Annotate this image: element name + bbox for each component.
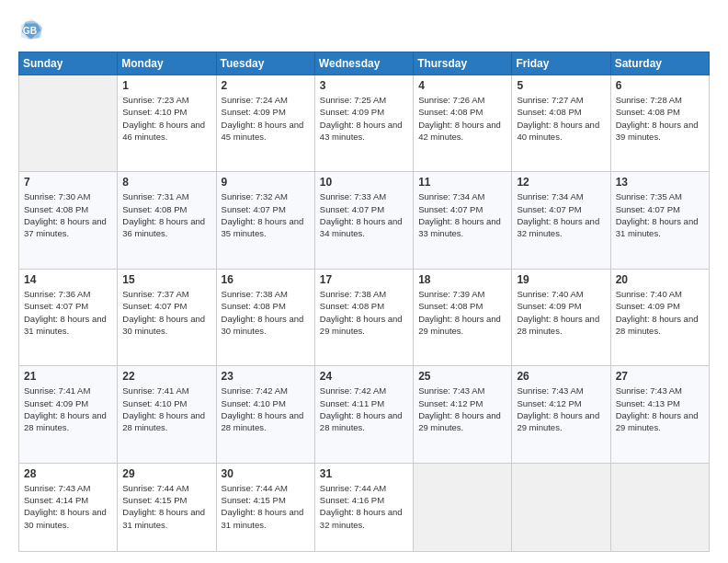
cell-details: Sunrise: 7:39 AMSunset: 4:08 PMDaylight:… bbox=[418, 288, 506, 337]
cell-details: Sunrise: 7:43 AMSunset: 4:12 PMDaylight:… bbox=[418, 385, 506, 433]
day-number: 5 bbox=[517, 79, 605, 92]
header: GB bbox=[18, 17, 710, 42]
day-number: 4 bbox=[418, 79, 506, 92]
day-number: 20 bbox=[616, 273, 704, 286]
calendar-cell: 1Sunrise: 7:23 AMSunset: 4:10 PMDaylight… bbox=[118, 75, 216, 172]
day-number: 16 bbox=[222, 273, 310, 286]
day-number: 25 bbox=[418, 370, 506, 383]
weekday-header-saturday: Saturday bbox=[610, 52, 709, 75]
calendar-cell bbox=[512, 463, 610, 551]
weekday-header-tuesday: Tuesday bbox=[216, 52, 314, 75]
day-number: 30 bbox=[222, 467, 310, 480]
day-number: 8 bbox=[122, 176, 210, 189]
calendar-cell: 22Sunrise: 7:41 AMSunset: 4:10 PMDayligh… bbox=[118, 366, 216, 463]
cell-details: Sunrise: 7:44 AMSunset: 4:15 PMDaylight:… bbox=[222, 482, 310, 531]
cell-details: Sunrise: 7:32 AMSunset: 4:07 PMDaylight:… bbox=[222, 190, 310, 239]
day-number: 11 bbox=[418, 176, 506, 189]
calendar-cell: 23Sunrise: 7:42 AMSunset: 4:10 PMDayligh… bbox=[216, 366, 314, 463]
day-number: 7 bbox=[24, 176, 112, 189]
day-number: 21 bbox=[24, 370, 112, 383]
calendar-cell: 13Sunrise: 7:35 AMSunset: 4:07 PMDayligh… bbox=[610, 172, 709, 269]
logo-icon: GB bbox=[18, 17, 44, 42]
calendar-cell: 20Sunrise: 7:40 AMSunset: 4:09 PMDayligh… bbox=[610, 269, 709, 365]
calendar-cell bbox=[414, 463, 512, 551]
calendar-cell: 17Sunrise: 7:38 AMSunset: 4:08 PMDayligh… bbox=[314, 269, 413, 365]
day-number: 23 bbox=[222, 370, 310, 383]
cell-details: Sunrise: 7:44 AMSunset: 4:15 PMDaylight:… bbox=[122, 482, 210, 531]
day-number: 10 bbox=[320, 176, 408, 189]
calendar-week-row: 7Sunrise: 7:30 AMSunset: 4:08 PMDaylight… bbox=[19, 172, 710, 269]
day-number: 17 bbox=[320, 273, 408, 286]
calendar-cell: 19Sunrise: 7:40 AMSunset: 4:09 PMDayligh… bbox=[512, 269, 610, 365]
calendar-cell: 24Sunrise: 7:42 AMSunset: 4:11 PMDayligh… bbox=[314, 366, 413, 463]
weekday-header-thursday: Thursday bbox=[414, 52, 512, 75]
calendar-cell: 2Sunrise: 7:24 AMSunset: 4:09 PMDaylight… bbox=[216, 75, 314, 172]
cell-details: Sunrise: 7:26 AMSunset: 4:08 PMDaylight:… bbox=[418, 94, 506, 143]
calendar-cell: 21Sunrise: 7:41 AMSunset: 4:09 PMDayligh… bbox=[19, 366, 118, 463]
calendar-cell: 29Sunrise: 7:44 AMSunset: 4:15 PMDayligh… bbox=[118, 463, 216, 551]
page: GB SundayMondayTuesdayWednesdayThursdayF… bbox=[0, 0, 728, 563]
calendar-cell: 14Sunrise: 7:36 AMSunset: 4:07 PMDayligh… bbox=[19, 269, 118, 365]
calendar-cell: 31Sunrise: 7:44 AMSunset: 4:16 PMDayligh… bbox=[314, 463, 413, 551]
cell-details: Sunrise: 7:44 AMSunset: 4:16 PMDaylight:… bbox=[320, 482, 408, 531]
calendar-cell: 9Sunrise: 7:32 AMSunset: 4:07 PMDaylight… bbox=[216, 172, 314, 269]
cell-details: Sunrise: 7:34 AMSunset: 4:07 PMDaylight:… bbox=[517, 190, 605, 239]
day-number: 3 bbox=[320, 79, 408, 92]
cell-details: Sunrise: 7:31 AMSunset: 4:08 PMDaylight:… bbox=[122, 190, 210, 239]
calendar-cell: 30Sunrise: 7:44 AMSunset: 4:15 PMDayligh… bbox=[216, 463, 314, 551]
cell-details: Sunrise: 7:42 AMSunset: 4:11 PMDaylight:… bbox=[320, 385, 408, 433]
calendar-cell: 15Sunrise: 7:37 AMSunset: 4:07 PMDayligh… bbox=[118, 269, 216, 365]
cell-details: Sunrise: 7:35 AMSunset: 4:07 PMDaylight:… bbox=[616, 190, 704, 239]
cell-details: Sunrise: 7:28 AMSunset: 4:08 PMDaylight:… bbox=[616, 94, 704, 143]
calendar-cell: 6Sunrise: 7:28 AMSunset: 4:08 PMDaylight… bbox=[610, 75, 709, 172]
weekday-header-friday: Friday bbox=[512, 52, 610, 75]
calendar-cell: 26Sunrise: 7:43 AMSunset: 4:12 PMDayligh… bbox=[512, 366, 610, 463]
cell-details: Sunrise: 7:41 AMSunset: 4:10 PMDaylight:… bbox=[122, 385, 210, 433]
calendar-week-row: 28Sunrise: 7:43 AMSunset: 4:14 PMDayligh… bbox=[19, 463, 710, 551]
cell-details: Sunrise: 7:34 AMSunset: 4:07 PMDaylight:… bbox=[418, 190, 506, 239]
cell-details: Sunrise: 7:41 AMSunset: 4:09 PMDaylight:… bbox=[24, 385, 112, 433]
cell-details: Sunrise: 7:40 AMSunset: 4:09 PMDaylight:… bbox=[616, 288, 704, 337]
cell-details: Sunrise: 7:37 AMSunset: 4:07 PMDaylight:… bbox=[122, 288, 210, 337]
cell-details: Sunrise: 7:24 AMSunset: 4:09 PMDaylight:… bbox=[222, 94, 310, 143]
day-number: 12 bbox=[517, 176, 605, 189]
calendar-cell: 25Sunrise: 7:43 AMSunset: 4:12 PMDayligh… bbox=[414, 366, 512, 463]
day-number: 14 bbox=[24, 273, 112, 286]
calendar-cell: 10Sunrise: 7:33 AMSunset: 4:07 PMDayligh… bbox=[314, 172, 413, 269]
day-number: 19 bbox=[517, 273, 605, 286]
weekday-header-row: SundayMondayTuesdayWednesdayThursdayFrid… bbox=[19, 52, 710, 75]
calendar-cell: 18Sunrise: 7:39 AMSunset: 4:08 PMDayligh… bbox=[414, 269, 512, 365]
day-number: 9 bbox=[222, 176, 310, 189]
day-number: 1 bbox=[122, 79, 210, 92]
calendar-cell: 27Sunrise: 7:43 AMSunset: 4:13 PMDayligh… bbox=[610, 366, 709, 463]
day-number: 28 bbox=[24, 467, 112, 480]
cell-details: Sunrise: 7:30 AMSunset: 4:08 PMDaylight:… bbox=[24, 190, 112, 239]
cell-details: Sunrise: 7:25 AMSunset: 4:09 PMDaylight:… bbox=[320, 94, 408, 143]
calendar-cell bbox=[19, 75, 118, 172]
calendar-cell: 28Sunrise: 7:43 AMSunset: 4:14 PMDayligh… bbox=[19, 463, 118, 551]
day-number: 22 bbox=[122, 370, 210, 383]
weekday-header-wednesday: Wednesday bbox=[314, 52, 413, 75]
cell-details: Sunrise: 7:36 AMSunset: 4:07 PMDaylight:… bbox=[24, 288, 112, 337]
logo: GB bbox=[18, 17, 48, 42]
cell-details: Sunrise: 7:43 AMSunset: 4:14 PMDaylight:… bbox=[24, 482, 112, 531]
cell-details: Sunrise: 7:33 AMSunset: 4:07 PMDaylight:… bbox=[320, 190, 408, 239]
weekday-header-sunday: Sunday bbox=[19, 52, 118, 75]
calendar-week-row: 21Sunrise: 7:41 AMSunset: 4:09 PMDayligh… bbox=[19, 366, 710, 463]
weekday-header-monday: Monday bbox=[118, 52, 216, 75]
day-number: 24 bbox=[320, 370, 408, 383]
day-number: 26 bbox=[517, 370, 605, 383]
calendar-cell bbox=[610, 463, 709, 551]
day-number: 27 bbox=[616, 370, 704, 383]
day-number: 6 bbox=[616, 79, 704, 92]
day-number: 2 bbox=[222, 79, 310, 92]
calendar-cell: 8Sunrise: 7:31 AMSunset: 4:08 PMDaylight… bbox=[118, 172, 216, 269]
calendar-week-row: 14Sunrise: 7:36 AMSunset: 4:07 PMDayligh… bbox=[19, 269, 710, 365]
cell-details: Sunrise: 7:40 AMSunset: 4:09 PMDaylight:… bbox=[517, 288, 605, 337]
calendar-cell: 16Sunrise: 7:38 AMSunset: 4:08 PMDayligh… bbox=[216, 269, 314, 365]
day-number: 29 bbox=[122, 467, 210, 480]
calendar-table: SundayMondayTuesdayWednesdayThursdayFrid… bbox=[18, 52, 710, 552]
calendar-cell: 5Sunrise: 7:27 AMSunset: 4:08 PMDaylight… bbox=[512, 75, 610, 172]
calendar-cell: 4Sunrise: 7:26 AMSunset: 4:08 PMDaylight… bbox=[414, 75, 512, 172]
cell-details: Sunrise: 7:23 AMSunset: 4:10 PMDaylight:… bbox=[122, 94, 210, 143]
